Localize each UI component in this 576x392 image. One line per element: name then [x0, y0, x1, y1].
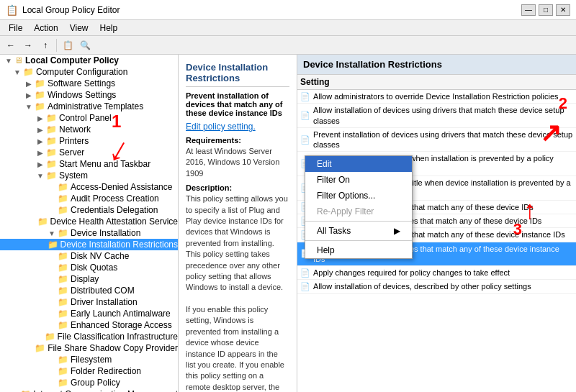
tree-label: Printers [59, 136, 89, 146]
tree-label: Device Installation Restrictions [60, 240, 178, 250]
tree-label: Credentials Delegation [71, 205, 158, 215]
tree-label: Early Launch Antimalware [71, 309, 171, 319]
tree-network[interactable]: ▶ 📁 Network [0, 124, 178, 135]
tree-root-label: Local Computer Policy [25, 55, 119, 65]
tree-filesystem[interactable]: 📁 Filesystem [0, 354, 178, 365]
up-button[interactable]: ↑ [37, 38, 53, 53]
folder-icon: 📁 [58, 228, 68, 238]
titlebar-title: Local Group Policy Editor [22, 5, 120, 15]
tree-device-install[interactable]: ▼ 📁 Device Installation [0, 227, 178, 239]
tree-software-settings[interactable]: ▶ 📁 Software Settings [0, 78, 178, 89]
policy-row[interactable]: 📄 Apply changes required for policy chan… [297, 266, 576, 280]
tree-label: Internet Communication Management [33, 389, 178, 392]
ctx-filter-on[interactable]: Filter On [305, 172, 412, 188]
menu-action[interactable]: Action [28, 22, 63, 34]
tree-early-launch[interactable]: 📁 Early Launch Antimalware [0, 308, 178, 319]
policy-row[interactable]: 📄 Prevent installation of devices using … [297, 128, 576, 152]
tree-disk-quotas[interactable]: 📁 Disk Quotas [0, 262, 178, 273]
tree-access-denied[interactable]: 📁 Access-Denied Assistance [0, 181, 178, 193]
ctx-separator2 [305, 240, 412, 241]
folder-icon: 📁 [58, 320, 68, 330]
tree-enhanced-storage[interactable]: 📁 Enhanced Storage Access [0, 319, 178, 331]
description-panel: Device Installation Restrictions Prevent… [179, 55, 297, 392]
tree-device-install-restrictions[interactable]: 📁 Device Installation Restrictions [0, 239, 178, 250]
folder-icon: 📁 [58, 355, 68, 365]
filter-button[interactable]: 🔍 [77, 38, 93, 53]
policy-icon: 📄 [300, 111, 310, 120]
folder-icon: 📁 [58, 286, 68, 296]
tree-label: Software Settings [48, 78, 115, 88]
policy-row[interactable]: 📄 Allow installation of devices, describ… [297, 280, 576, 293]
tree-label: Windows Settings [48, 90, 116, 100]
tree-internet-comm[interactable]: 📁 Internet Communication Management [0, 388, 178, 392]
folder-icon: 📁 [20, 389, 31, 392]
maximize-button[interactable]: □ [539, 4, 553, 16]
back-button[interactable]: ← [3, 38, 19, 53]
folder-icon: 🖥 [14, 55, 23, 65]
folder-icon: 📁 [35, 78, 45, 88]
number-label-2: 2 [559, 94, 567, 113]
tree-system[interactable]: ▼ 📁 System [0, 170, 178, 181]
tree-server[interactable]: ▶ 📁 Server [0, 147, 178, 158]
tree-device-health[interactable]: 📁 Device Health Attestation Service [0, 216, 178, 227]
middle-section-title: Device Installation Restrictions [186, 62, 289, 87]
tree-computer-config[interactable]: ▼ 📁 Computer Configuration [0, 66, 178, 78]
tree-folder-redirect[interactable]: 📁 Folder Redirection [0, 365, 178, 377]
folder-icon: 📁 [58, 274, 68, 284]
tree-label: Disk Quotas [71, 263, 117, 273]
tree-admin-templates[interactable]: ▼ 📁 Administrative Templates [0, 101, 178, 112]
ctx-edit[interactable]: Edit [305, 156, 412, 172]
tree-label: Device Installation [71, 228, 140, 238]
folder-icon: 📁 [58, 309, 68, 319]
tree-panel: ▼ 🖥 Local Computer Policy ▼ 📁 Computer C… [0, 55, 179, 392]
menu-view[interactable]: View [64, 22, 94, 34]
policy-row[interactable]: 📄 Allow installation of devices using dr… [297, 104, 576, 128]
tree-start-menu[interactable]: ▶ 📁 Start Menu and Taskbar [0, 158, 178, 170]
tree-distributed-com[interactable]: 📁 Distributed COM [0, 285, 178, 296]
menu-help[interactable]: Help [94, 22, 124, 34]
tree-credentials[interactable]: 📁 Credentials Delegation [0, 204, 178, 216]
folder-icon: 📁 [45, 332, 55, 342]
tree-label: Device Health Attestation Service [50, 216, 178, 227]
tree-driver-install[interactable]: 📁 Driver Installation [0, 296, 178, 308]
forward-button[interactable]: → [20, 38, 36, 53]
ctx-filter-options[interactable]: Filter Options... [305, 188, 412, 204]
ctx-all-tasks[interactable]: All Tasks [305, 223, 412, 239]
tree-printers[interactable]: ▶ 📁 Printers [0, 135, 178, 147]
tree-label: Computer Configuration [36, 67, 127, 77]
tree-disk-nv[interactable]: 📁 Disk NV Cache [0, 250, 178, 262]
tree-file-classification[interactable]: 📁 File Classification Infrastructure [0, 331, 178, 342]
tree-label: File Classification Infrastructure [58, 332, 178, 342]
folder-icon: 📁 [23, 67, 34, 77]
minimize-button[interactable]: — [521, 4, 536, 16]
policy-row[interactable]: 📄 Allow administrators to override Devic… [297, 90, 576, 104]
expand-icon[interactable]: ▼ [3, 57, 14, 65]
tree-label: Disk NV Cache [71, 251, 129, 261]
tree-control-panel[interactable]: ▶ 📁 Control Panel [0, 112, 178, 124]
edit-policy-link[interactable]: Edit policy setting. [186, 122, 256, 132]
ctx-reapply-filter[interactable]: Re-Apply Filter [305, 204, 412, 219]
app-icon: 📋 [6, 4, 18, 16]
column-header: Setting [300, 77, 330, 87]
tree-audit-process[interactable]: 📁 Audit Process Creation [0, 193, 178, 204]
folder-icon: 📁 [58, 193, 68, 204]
tree-label: Driver Installation [71, 297, 138, 307]
tree-file-share[interactable]: 📁 File Share Shadow Copy Provider [0, 342, 178, 354]
tree-label: Enhanced Storage Access [71, 320, 172, 330]
policy-title-text: Prevent installation of devices that mat… [186, 91, 289, 117]
ctx-help[interactable]: Help [305, 242, 412, 258]
close-button[interactable]: ✕ [556, 4, 570, 16]
tree-group-policy[interactable]: 📁 Group Policy [0, 377, 178, 388]
show-hide-button[interactable]: 📋 [60, 38, 76, 53]
tree-label: Display [71, 274, 99, 284]
policy-icon: 📄 [300, 268, 310, 278]
ctx-separator1 [305, 221, 412, 222]
tree-root[interactable]: ▼ 🖥 Local Computer Policy [0, 55, 178, 66]
context-menu: Edit Filter On Filter Options... Re-Appl… [305, 155, 413, 259]
menu-file[interactable]: File [3, 22, 28, 34]
number-label-3: 3 [513, 220, 522, 239]
tree-windows-settings[interactable]: ▶ 📁 Windows Settings [0, 89, 178, 101]
folder-icon: 📁 [46, 170, 57, 181]
folder-icon: 📁 [46, 124, 57, 135]
tree-display[interactable]: 📁 Display [0, 273, 178, 285]
